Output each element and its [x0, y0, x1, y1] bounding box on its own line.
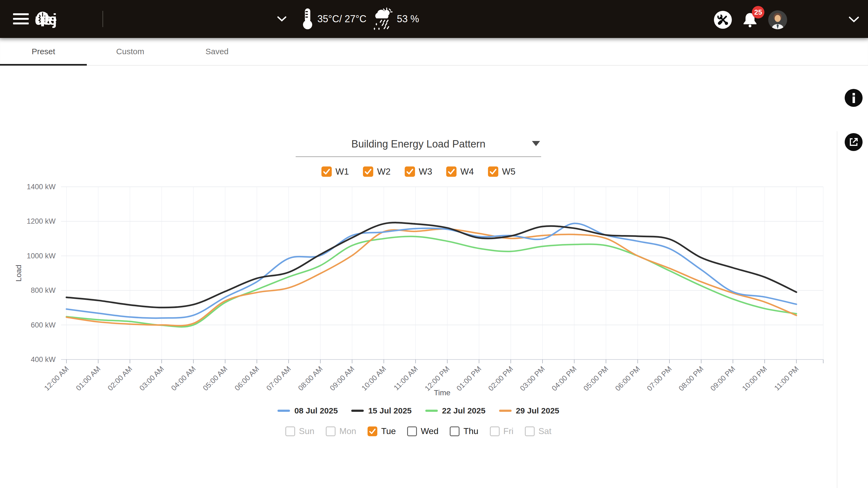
checkbox-box[interactable] — [407, 426, 417, 436]
checkbox-box[interactable] — [285, 426, 295, 436]
legend-item[interactable]: 08 Jul 2025 — [278, 406, 338, 415]
svg-text:07:00 PM: 07:00 PM — [645, 365, 673, 393]
svg-text:1400 kW: 1400 kW — [27, 183, 56, 191]
temperature-value: 35°C/ 27°C — [317, 13, 367, 25]
checkbox-label: W4 — [460, 166, 474, 177]
checkbox-box[interactable] — [488, 166, 498, 177]
checkbox-thu[interactable]: Thu — [450, 426, 478, 436]
thermometer-icon — [299, 7, 316, 31]
legend-item[interactable]: 15 Jul 2025 — [351, 406, 411, 415]
checkbox-label: Tue — [381, 426, 396, 436]
svg-text:11:00 PM: 11:00 PM — [773, 365, 801, 392]
dropdown-arrow-icon — [532, 141, 540, 146]
checkbox-mon[interactable]: Mon — [326, 426, 356, 436]
checkbox-sun[interactable]: Sun — [285, 426, 314, 436]
checkbox-box[interactable] — [363, 166, 373, 177]
tools-button[interactable] — [714, 11, 732, 29]
checkbox-label: Fri — [503, 426, 514, 436]
chevron-down-icon[interactable] — [277, 16, 286, 22]
legend-item[interactable]: 22 Jul 2025 — [425, 406, 486, 415]
checkbox-fri[interactable]: Fri — [490, 426, 514, 436]
y-axis-labels: 1400 kW1200 kW1000 kW800 kW600 kW400 kW — [27, 183, 56, 364]
notification-count-badge: 25 — [752, 6, 764, 19]
svg-text:07:00 AM: 07:00 AM — [265, 365, 292, 392]
tab-custom[interactable]: Custom — [87, 38, 174, 65]
legend-swatch — [351, 410, 364, 412]
checkbox-box[interactable] — [368, 426, 377, 436]
series-line-15-jul-2025 — [66, 223, 796, 307]
series-line-29-jul-2025 — [66, 229, 796, 326]
logo-text-right: ule — [35, 10, 57, 28]
legend-label: 15 Jul 2025 — [368, 406, 411, 415]
checkbox-box[interactable] — [446, 166, 457, 177]
legend-label: 08 Jul 2025 — [294, 406, 338, 415]
svg-text:09:00 AM: 09:00 AM — [328, 365, 356, 392]
main-content: Building Energy Load Pattern W1W2W3W4W5 … — [0, 66, 837, 488]
legend-swatch — [278, 410, 290, 412]
humidity-value: 53 % — [397, 13, 419, 25]
pattern-select-value: Building Energy Load Pattern — [351, 138, 485, 150]
checkbox-wed[interactable]: Wed — [407, 426, 438, 436]
svg-text:09:00 PM: 09:00 PM — [709, 365, 737, 393]
checkbox-w2[interactable]: W2 — [363, 166, 391, 177]
checkbox-w5[interactable]: W5 — [488, 166, 516, 177]
svg-text:10:00 PM: 10:00 PM — [741, 365, 769, 393]
wrench-screwdriver-icon — [717, 14, 729, 26]
checkbox-label: Sun — [299, 426, 314, 436]
chart-legend: 08 Jul 202515 Jul 202522 Jul 202529 Jul … — [0, 406, 837, 415]
svg-text:01:00 AM: 01:00 AM — [74, 365, 102, 392]
checkbox-box[interactable] — [450, 426, 460, 436]
checkbox-box[interactable] — [490, 426, 500, 436]
checkbox-label: W2 — [377, 166, 391, 177]
external-link-icon — [849, 137, 859, 147]
open-external-button[interactable] — [845, 133, 863, 151]
svg-text:04:00 AM: 04:00 AM — [169, 365, 197, 392]
view-tabs: PresetCustomSaved — [0, 38, 868, 66]
info-button[interactable] — [845, 89, 863, 107]
svg-text:600 kW: 600 kW — [31, 321, 56, 329]
svg-text:03:00 PM: 03:00 PM — [518, 365, 546, 393]
pattern-select[interactable]: Building Energy Load Pattern — [296, 138, 541, 157]
svg-text:01:00 PM: 01:00 PM — [455, 365, 483, 393]
checkbox-w4[interactable]: W4 — [446, 166, 474, 177]
svg-text:10:00 AM: 10:00 AM — [360, 365, 388, 392]
checkbox-box[interactable] — [525, 426, 535, 436]
header-chevron-down-icon[interactable] — [848, 16, 859, 23]
svg-text:11:00 AM: 11:00 AM — [392, 365, 420, 392]
user-avatar[interactable] — [768, 10, 787, 29]
x-axis-labels: 12:00 AM01:00 AM02:00 AM03:00 AM04:00 AM… — [42, 365, 800, 393]
svg-text:06:00 PM: 06:00 PM — [614, 365, 642, 393]
legend-swatch — [425, 410, 438, 412]
gridlines — [61, 187, 823, 359]
checkbox-tue[interactable]: Tue — [368, 426, 396, 436]
menu-icon[interactable] — [13, 13, 29, 25]
checkbox-box[interactable] — [321, 166, 332, 177]
axis-titles: LoadTime — [14, 265, 451, 397]
svg-text:1000 kW: 1000 kW — [27, 252, 56, 260]
avatar-illustration — [768, 10, 787, 29]
svg-text:02:00 PM: 02:00 PM — [487, 365, 515, 393]
checkbox-label: W1 — [336, 166, 349, 177]
day-filter-row: SunMonTueWedThuFriSat — [0, 426, 837, 436]
svg-text:12:00 AM: 12:00 AM — [42, 365, 70, 392]
series-line-22-jul-2025 — [66, 236, 796, 327]
checkbox-w1[interactable]: W1 — [321, 166, 349, 177]
checkbox-box[interactable] — [326, 426, 336, 436]
svg-text:08:00 PM: 08:00 PM — [677, 365, 705, 393]
svg-text:400 kW: 400 kW — [31, 355, 56, 364]
checkbox-box[interactable] — [405, 166, 415, 177]
load-chart: 1400 kW1200 kW1000 kW800 kW600 kW400 kW1… — [0, 180, 837, 404]
tab-preset[interactable]: Preset — [0, 38, 87, 65]
svg-text:1200 kW: 1200 kW — [27, 217, 56, 225]
svg-text:Time: Time — [434, 389, 450, 397]
svg-text:06:00 AM: 06:00 AM — [233, 365, 261, 392]
checkbox-sat[interactable]: Sat — [525, 426, 552, 436]
legend-item[interactable]: 29 Jul 2025 — [499, 406, 559, 415]
header-divider — [102, 11, 103, 27]
checkbox-w3[interactable]: W3 — [405, 166, 432, 177]
x-ticks — [66, 359, 823, 363]
checkbox-label: W5 — [502, 166, 516, 177]
checkbox-label: Mon — [339, 426, 356, 436]
w-filter-row: W1W2W3W4W5 — [0, 166, 837, 177]
tab-saved[interactable]: Saved — [174, 38, 260, 65]
